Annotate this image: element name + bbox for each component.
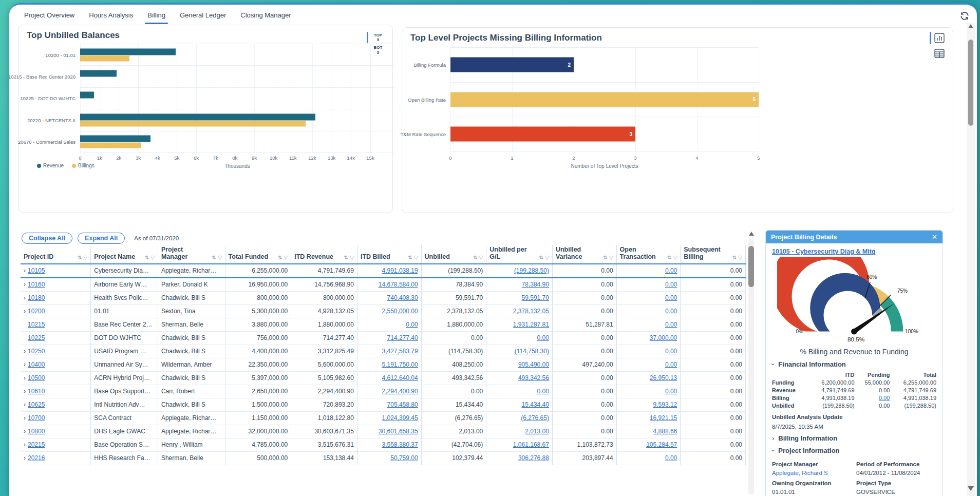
column-header-funded[interactable]: Total Funded⇅▽ bbox=[225, 245, 291, 264]
billed-link[interactable]: 2,294,400.90 bbox=[382, 388, 418, 395]
expand-chevron-icon[interactable]: › bbox=[24, 401, 26, 408]
sort-icon[interactable]: ⇅ bbox=[278, 255, 282, 260]
unbilled_gl-link[interactable]: 15,434.40 bbox=[522, 401, 549, 408]
scroll-down-icon[interactable] bbox=[968, 486, 974, 491]
open_txn-link[interactable]: 0.00 bbox=[665, 388, 677, 395]
page-scrollbar-thumb[interactable] bbox=[968, 40, 973, 126]
billed-link[interactable]: 705,458.80 bbox=[387, 401, 418, 408]
table-row-10610[interactable]: ›10610Base Ops Support…Carr, Robert2,650… bbox=[21, 385, 746, 398]
filter-icon[interactable]: ▽ bbox=[84, 255, 88, 260]
open_txn-link[interactable]: 4,888.66 bbox=[653, 428, 677, 435]
expand-chevron-icon[interactable]: › bbox=[24, 414, 26, 422]
open_txn-link[interactable]: 9,593.12 bbox=[653, 401, 677, 408]
sort-icon[interactable]: ⇅ bbox=[145, 255, 149, 260]
open_txn-link[interactable]: 0.00 bbox=[665, 454, 677, 462]
billed-link[interactable]: 30,601,658.35 bbox=[379, 428, 418, 435]
unbilled_gl-link[interactable]: 1,931,287.81 bbox=[513, 321, 549, 328]
unbilled_gl-link[interactable]: (114,758.30) bbox=[515, 348, 549, 355]
filter-icon[interactable]: ▽ bbox=[673, 255, 677, 260]
table-row-10105[interactable]: ›10105Cybersecurity Dia…Applegate, Richa… bbox=[21, 264, 746, 278]
table-row-20215[interactable]: ›20215Base Operation S…Henry , William4,… bbox=[21, 438, 746, 451]
project-id-link[interactable]: 10215 bbox=[28, 321, 45, 328]
table-scrollbar-thumb[interactable] bbox=[748, 246, 754, 287]
bar-chart-view-icon[interactable] bbox=[934, 33, 945, 43]
open_txn-link[interactable]: 0.00 bbox=[665, 348, 677, 355]
billed-link[interactable]: 714,277.40 bbox=[387, 334, 418, 341]
project-id-link[interactable]: 20216 bbox=[28, 454, 45, 462]
open_txn-link[interactable]: 0.00 bbox=[665, 281, 677, 288]
filter-icon[interactable]: ▽ bbox=[218, 255, 222, 260]
tab-general-ledger[interactable]: General Ledger bbox=[173, 8, 233, 23]
project-id-link[interactable]: 10400 bbox=[28, 361, 45, 368]
table-row-10225[interactable]: ›10225DOT DO WJHTCChadwick, Bill S756,00… bbox=[21, 331, 746, 345]
bar-t-m-rate-sequence[interactable]: 3 bbox=[450, 127, 635, 142]
unbilled_gl-link[interactable]: 59,591.70 bbox=[522, 294, 549, 301]
open_txn-link[interactable]: 0.00 bbox=[665, 321, 677, 328]
unbilled_gl-link[interactable]: 306,276.88 bbox=[518, 454, 549, 462]
unbilled_gl-link[interactable]: 2,378,132.05 bbox=[513, 308, 549, 315]
open_txn-link[interactable]: 16,921.15 bbox=[650, 414, 677, 422]
filter-icon[interactable]: ▽ bbox=[414, 255, 418, 260]
unbilled_gl-link[interactable]: (6,276.65) bbox=[521, 414, 549, 422]
table-row-10180[interactable]: ›10180Health Svcs Polic…Chadwick, Bill S… bbox=[21, 291, 746, 304]
filter-icon[interactable]: ▽ bbox=[479, 255, 483, 260]
project-id-link[interactable]: 10625 bbox=[28, 401, 45, 408]
project-detail-link[interactable]: 10105 - Cybersecurity Diag & Mitg bbox=[772, 248, 875, 255]
project-id-link[interactable]: 10700 bbox=[28, 414, 45, 422]
bar-revenue-20220-netcents-ii[interactable] bbox=[80, 113, 315, 120]
open_txn-link[interactable]: 0.00 bbox=[665, 361, 677, 368]
column-header-id[interactable]: Project ID⇅▽ bbox=[21, 245, 91, 264]
expand-chevron-icon[interactable]: › bbox=[24, 361, 26, 368]
expand-chevron-icon[interactable]: › bbox=[24, 281, 26, 288]
table-row-10800[interactable]: ›10800DHS Eagle GWACApplegate, Richar…32… bbox=[21, 425, 746, 438]
bar-billings-20220-netcents-ii[interactable] bbox=[80, 121, 306, 126]
sort-icon[interactable]: ⇅ bbox=[212, 255, 216, 260]
expand-chevron-icon[interactable]: › bbox=[24, 308, 26, 315]
project-id-link[interactable]: 20215 bbox=[28, 441, 45, 448]
expand-chevron-icon[interactable]: › bbox=[24, 454, 26, 462]
expand-chevron-icon[interactable]: › bbox=[24, 441, 26, 448]
sort-icon[interactable]: ⇅ bbox=[604, 255, 608, 260]
tab-billing[interactable]: Billing bbox=[141, 8, 172, 23]
expand-chevron-icon[interactable]: › bbox=[24, 294, 26, 301]
section-financial-information[interactable]: › Financial Information bbox=[772, 360, 936, 368]
column-header-unbilled_gl[interactable]: Unbilled per G/L⇅▽ bbox=[486, 245, 553, 264]
table-row-20216[interactable]: ›20216HHS Research Fa…Sherman, Belle500,… bbox=[21, 451, 746, 465]
table-row-10400[interactable]: ›10400Unmanned Air Sy…Wilderman, Amber22… bbox=[21, 358, 746, 371]
sort-icon[interactable]: ⇅ bbox=[473, 255, 477, 260]
bar-revenue-10200-01-01[interactable] bbox=[80, 48, 176, 55]
column-header-subsequent[interactable]: Subsequent Billing⇅▽ bbox=[681, 245, 746, 264]
bar-billing-formula[interactable]: 2 bbox=[450, 58, 574, 72]
unbilled_gl-link[interactable]: 905,490.00 bbox=[518, 361, 549, 368]
pending-billing-link[interactable]: 0.00 bbox=[879, 395, 890, 401]
table-row-10250[interactable]: ›10250USAID Program …Chadwick, Bill S4,4… bbox=[21, 345, 746, 358]
section-project-information[interactable]: › Project Information bbox=[772, 447, 936, 454]
unbilled_gl-link[interactable]: 78,384.90 bbox=[522, 281, 549, 288]
open_txn-link[interactable]: 0.00 bbox=[665, 267, 677, 274]
billed-link[interactable]: 50,759.00 bbox=[390, 454, 418, 462]
bar-revenue-10225-dot-do-wjhtc[interactable] bbox=[80, 92, 94, 99]
billed-link[interactable]: 0.00 bbox=[406, 321, 418, 328]
filter-icon[interactable]: ▽ bbox=[545, 255, 549, 260]
sort-icon[interactable]: ⇅ bbox=[539, 255, 543, 260]
project-id-link[interactable]: 10160 bbox=[28, 281, 45, 288]
column-header-name[interactable]: Project Name⇅▽ bbox=[91, 245, 158, 264]
section-billing-information[interactable]: › Billing Information bbox=[772, 434, 936, 442]
column-header-unbilled[interactable]: Unbilled⇅▽ bbox=[421, 245, 486, 264]
sort-icon[interactable]: ⇅ bbox=[344, 255, 348, 260]
project-id-link[interactable]: 10105 bbox=[28, 267, 45, 274]
filter-icon[interactable]: ▽ bbox=[350, 255, 354, 260]
expand-chevron-icon[interactable]: › bbox=[24, 388, 26, 395]
billed-link[interactable]: 14,678,584.00 bbox=[379, 281, 418, 288]
project-manager-link[interactable]: Applegate, Richard S bbox=[772, 470, 852, 476]
table-row-10700[interactable]: ›10700SCA ContractApplegate, Richar…1,15… bbox=[21, 411, 746, 425]
billed-link[interactable]: 4,991,038.19 bbox=[382, 267, 418, 274]
scroll-up-icon[interactable] bbox=[968, 24, 973, 28]
column-header-revenue[interactable]: ITD Revenue⇅▽ bbox=[291, 245, 357, 264]
bar-open-billing-rate[interactable]: 5 bbox=[450, 92, 759, 107]
open_txn-link[interactable]: 37,000.00 bbox=[650, 334, 677, 341]
open_txn-link[interactable]: 0.00 bbox=[665, 294, 677, 301]
collapse-all-button[interactable]: Collapse All bbox=[22, 233, 72, 244]
expand-chevron-icon[interactable]: › bbox=[24, 374, 26, 381]
unbilled_gl-link[interactable]: 493,342.56 bbox=[518, 374, 549, 381]
